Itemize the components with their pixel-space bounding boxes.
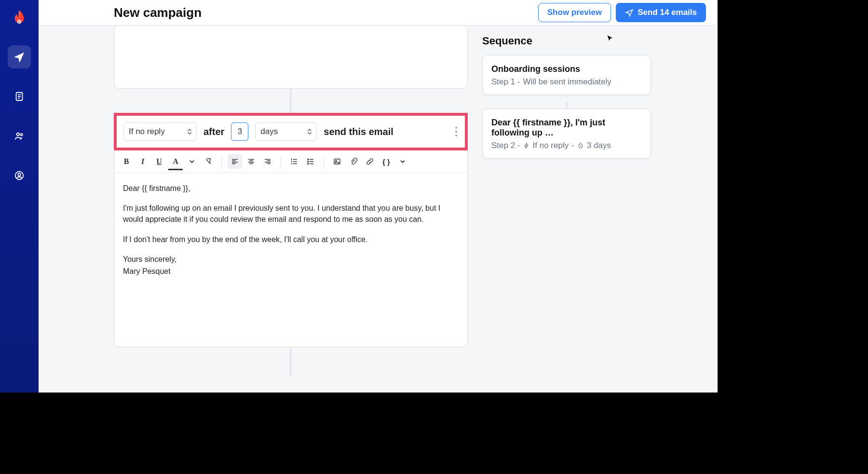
letterbox: M New campaign Show preview	[0, 0, 868, 474]
sequence-connector	[566, 102, 567, 108]
body-paragraph-2: If I don't hear from you by the end of t…	[123, 234, 459, 245]
align-right-button[interactable]	[260, 154, 275, 169]
underline-button[interactable]: U	[152, 154, 166, 169]
editor-column: If no reply after 3 days send this email…	[114, 25, 468, 393]
italic-button[interactable]: I	[136, 154, 150, 169]
toolbar-separator	[221, 155, 222, 168]
top-actions: Show preview Send 14 emails	[538, 3, 706, 22]
sequence-panel: Sequence Onboarding sessions Step 1 - Wi…	[482, 29, 651, 165]
delay-unit-value: days	[260, 127, 278, 136]
sequence-title: Sequence	[482, 35, 651, 47]
send-emails-button[interactable]: Send 14 emails	[616, 3, 706, 22]
bold-button[interactable]: B	[119, 154, 134, 169]
chevron-up-down-icon	[307, 129, 312, 135]
svg-point-7	[308, 159, 309, 160]
merge-tag-button[interactable]: { }	[379, 154, 393, 169]
chevron-up-down-icon	[187, 129, 192, 135]
delay-value-input[interactable]: 3	[231, 122, 248, 141]
condition-tail-label: send this email	[324, 126, 393, 137]
nav-campaigns[interactable]	[8, 45, 31, 68]
unordered-list-button[interactable]	[303, 154, 318, 169]
sequence-step-card[interactable]: Onboarding sessions Step 1 - Will be sen…	[482, 55, 651, 95]
nav-templates[interactable]	[8, 85, 31, 108]
svg-rect-10	[334, 159, 340, 164]
svg-text:M: M	[18, 20, 21, 23]
svg-point-6	[18, 173, 21, 176]
clock-icon	[577, 142, 584, 149]
link-button[interactable]	[363, 154, 377, 169]
body-signature: Mary Pesquet	[123, 266, 459, 277]
sequence-step-card[interactable]: Dear {{ firstname }}, I'm just following…	[482, 108, 651, 159]
sequence-step-tail: Will be sent immediately	[523, 77, 611, 87]
page-title: New campaign	[114, 5, 538, 20]
clear-format-button[interactable]	[201, 154, 216, 169]
delay-value: 3	[238, 127, 242, 136]
send-icon	[625, 8, 634, 17]
condition-after-label: after	[203, 126, 224, 137]
email-body[interactable]: Dear {{ firstname }}, I'm just following…	[114, 173, 467, 347]
bolt-icon	[523, 142, 530, 149]
trigger-select[interactable]: If no reply	[123, 122, 197, 141]
app-surface: M New campaign Show preview	[0, 0, 718, 393]
cursor-icon	[607, 35, 614, 42]
send-emails-label: Send 14 emails	[637, 8, 697, 17]
attachment-button[interactable]	[346, 154, 361, 169]
step-connector	[290, 347, 291, 377]
sequence-step-subtitle: Step 2 - If no reply - 3 days	[491, 141, 642, 150]
align-left-button[interactable]	[228, 154, 242, 169]
font-color-button[interactable]: A	[168, 154, 183, 169]
step-connector	[290, 89, 291, 113]
align-center-button[interactable]	[244, 154, 258, 169]
followup-condition-row: If no reply after 3 days send this email	[114, 113, 468, 150]
previous-step-card[interactable]	[114, 25, 468, 89]
sequence-step-title: Dear {{ firstname }}, I'm just following…	[491, 118, 642, 138]
left-nav: M	[0, 0, 39, 393]
nav-contacts[interactable]	[8, 124, 31, 148]
body-paragraph-1: I'm just following up on an email I prev…	[123, 203, 459, 225]
sequence-step-subtitle: Step 1 - Will be sent immediately	[491, 77, 642, 87]
sequence-step-cond: If no reply	[533, 141, 569, 150]
nav-account[interactable]	[8, 164, 31, 187]
ordered-list-button[interactable]	[287, 154, 301, 169]
app-logo[interactable]: M	[10, 9, 28, 29]
trigger-select-value: If no reply	[129, 127, 165, 136]
body-signoff: Yours sincerely,	[123, 254, 459, 265]
svg-point-4	[20, 134, 22, 135]
toolbar-separator	[324, 155, 324, 168]
delay-unit-select[interactable]: days	[255, 122, 317, 141]
svg-point-9	[308, 163, 309, 164]
sequence-step-sep: -	[571, 141, 574, 150]
sequence-step-prefix: Step 2 -	[491, 141, 520, 150]
step-options-button[interactable]	[455, 127, 457, 136]
toolbar-separator	[281, 155, 281, 168]
body-greeting: Dear {{ firstname }},	[123, 183, 459, 194]
sequence-step-prefix: Step 1 -	[491, 77, 520, 87]
image-button[interactable]	[330, 154, 344, 169]
sequence-step-delay: 3 days	[587, 141, 611, 150]
font-color-dropdown[interactable]	[185, 154, 199, 169]
svg-point-8	[308, 161, 309, 162]
email-editor-card: B I U A { }	[114, 150, 468, 347]
show-preview-button[interactable]: Show preview	[538, 3, 611, 22]
merge-tag-dropdown[interactable]	[395, 154, 410, 169]
top-bar: New campaign Show preview Send 14 emails	[39, 0, 718, 26]
svg-point-3	[17, 133, 20, 136]
sequence-step-title: Onboarding sessions	[491, 64, 642, 74]
editor-toolbar: B I U A { }	[114, 150, 467, 173]
